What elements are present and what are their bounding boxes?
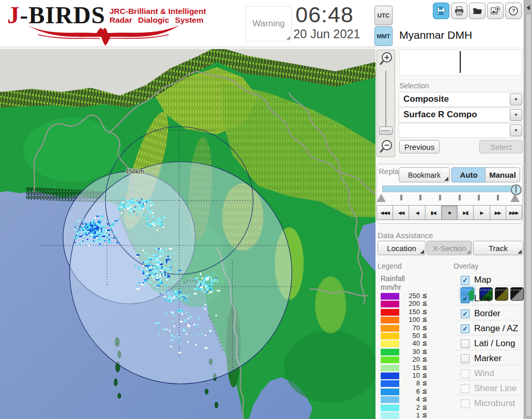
legend-lte-symbol: ≦ [422, 364, 427, 371]
legend-swatch [381, 396, 399, 403]
select-button[interactable]: Select [479, 140, 523, 153]
zoom-slider-thumb[interactable] [379, 127, 393, 135]
legend-value: 10 [399, 371, 420, 379]
selection-dropdown-0[interactable]: Composite▼ [399, 92, 524, 107]
jump-start-button[interactable]: ◀◀◀ [377, 205, 393, 220]
selection-label: Selection [399, 82, 429, 90]
selection-dropdown-2[interactable]: ▼ [399, 123, 524, 138]
legend-swatch [381, 412, 399, 419]
step-back-button[interactable]: ▮◀ [425, 205, 442, 220]
overlay-item-microburst[interactable]: Microburst [457, 398, 524, 409]
fast-rewind-button[interactable]: ◀◀ [393, 205, 409, 220]
checkbox[interactable]: ✓ [461, 294, 470, 303]
legend-swatch [381, 309, 399, 316]
timezone-utc-button[interactable]: UTC [374, 6, 393, 25]
chevron-down-icon[interactable]: ▼ [510, 125, 522, 136]
legend-value: 50 [399, 332, 420, 339]
legend-value: 4 [399, 395, 420, 403]
overlay-item-label: Marker [474, 353, 502, 364]
eagle-logo-icon [4, 23, 202, 46]
play-reverse-button[interactable]: ◀ [409, 205, 425, 220]
top-bar: J-BIRDS JRC-Brilliant & IntelligentRadar… [0, 0, 532, 47]
print-button[interactable] [451, 3, 467, 19]
legend-value: 100 [399, 316, 420, 323]
overlay-item-marker[interactable]: Marker [457, 353, 524, 364]
map-zoom-widget [377, 50, 395, 157]
legend-swatch [381, 349, 399, 355]
overlay-item-label: Map [474, 275, 491, 285]
legend-label: Legend [378, 262, 402, 270]
legend-lte-symbol: ≦ [422, 411, 427, 418]
checkbox[interactable]: ✓ [461, 276, 470, 285]
location-button[interactable]: Location [378, 241, 426, 255]
step-forward-button[interactable]: ▶▮ [457, 205, 474, 220]
clock-time: 06:48 [295, 2, 370, 27]
checkbox[interactable] [461, 384, 470, 393]
legend-value: 15 [399, 364, 420, 371]
add-image-button[interactable] [487, 3, 504, 19]
legend-lte-symbol: ≦ [422, 316, 427, 323]
legend-lte-symbol: ≦ [422, 371, 427, 379]
range-end-marker[interactable] [510, 194, 520, 202]
overlay-item-label: Border [474, 308, 500, 319]
panel-scrollbar[interactable] [524, 0, 532, 419]
overlay-item-wind[interactable]: Wind [457, 368, 524, 379]
checkbox[interactable] [461, 399, 470, 408]
overlay-item-label: Microburst [474, 398, 515, 409]
checkbox[interactable]: ✓ [461, 324, 470, 333]
zoom-in-icon[interactable] [379, 51, 393, 67]
save-button[interactable] [433, 3, 449, 19]
overlay-item-range-az[interactable]: ✓Range / AZ [457, 323, 524, 334]
open-button[interactable] [469, 3, 486, 19]
range-start-marker[interactable] [377, 194, 386, 202]
warning-button[interactable]: Warning [245, 6, 292, 41]
track-button[interactable]: Track [473, 241, 523, 255]
help-button[interactable]: ? [505, 3, 522, 19]
dropdown-value: Composite [403, 94, 449, 104]
legend-value: 150 [399, 308, 420, 316]
overlay-item-line[interactable]: ✓Line [457, 293, 524, 304]
stop-button[interactable]: ■ [441, 205, 458, 220]
overlay-item-lati-long[interactable]: Lati / Long [457, 338, 524, 349]
x-section-button[interactable]: X-Section [427, 241, 472, 255]
manual-button[interactable]: Manual [485, 167, 520, 182]
checkbox[interactable] [461, 339, 470, 348]
checkbox[interactable] [461, 369, 470, 378]
zoom-slider-track[interactable] [385, 71, 386, 134]
radar-map[interactable]: 450km [0, 46, 375, 419]
legend-lte-symbol: ≦ [422, 332, 427, 339]
overlay-item-map[interactable]: ✓Map [457, 274, 524, 286]
chevron-down-icon[interactable]: ▼ [510, 94, 522, 105]
timezone-mmt-button[interactable]: MMT [374, 26, 393, 46]
legend-lte-symbol: ≦ [422, 379, 427, 386]
replay-slider-track[interactable] [382, 185, 515, 192]
menu-corner-icon [466, 250, 471, 254]
jump-end-button[interactable]: ▶▶▶ [506, 205, 522, 220]
legend-lte-symbol: ≦ [422, 387, 427, 395]
scrollbar-thumb[interactable] [526, 13, 531, 417]
collapse-arrow-icon[interactable] [526, 5, 530, 10]
selection-dropdown-1[interactable]: Surface R Compo▼ [399, 107, 524, 122]
bookmark-button[interactable]: Bookmark [399, 167, 450, 182]
overlay-item-shear-line[interactable]: Shear Line [457, 383, 524, 394]
previous-button[interactable]: Previous [399, 140, 440, 153]
overlay-item-border[interactable]: ✓Border [457, 308, 524, 319]
fast-forward-button[interactable]: ▶▶ [490, 205, 506, 220]
overlay-item-label: Wind [474, 368, 494, 379]
chevron-down-icon[interactable]: ▼ [510, 109, 522, 121]
overlay-item-label: Line [474, 293, 491, 304]
menu-corner-icon [420, 250, 424, 254]
warning-label: Warning [253, 19, 285, 29]
message-box[interactable] [399, 50, 522, 75]
checkbox[interactable]: ✓ [461, 309, 470, 318]
auto-button[interactable]: Auto [451, 167, 486, 182]
legend-value: 70 [399, 324, 420, 332]
slider-tick [497, 195, 499, 200]
checkbox[interactable] [461, 354, 470, 363]
legend-value: 8 [399, 379, 420, 387]
slider-tick [478, 195, 480, 200]
zoom-out-icon[interactable] [379, 139, 393, 154]
menu-corner-icon [444, 177, 448, 181]
play-button[interactable]: ▶ [473, 205, 490, 220]
menu-corner-icon [518, 250, 522, 254]
